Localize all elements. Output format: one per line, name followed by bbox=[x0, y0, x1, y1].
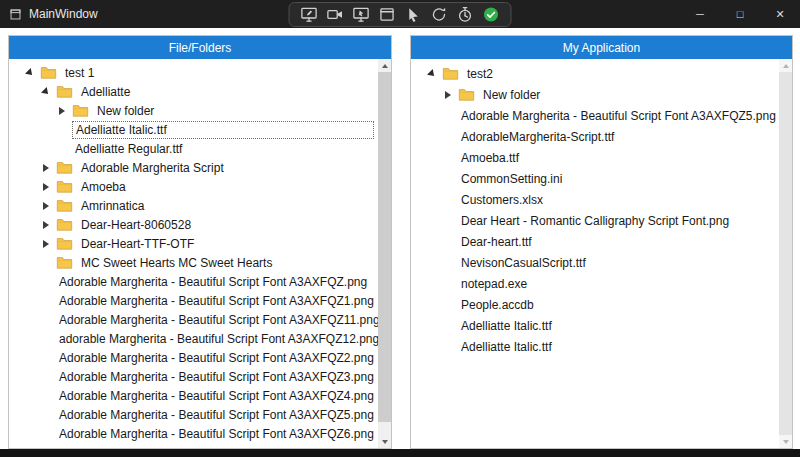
tree-item-file[interactable]: Adorable Margherita - Beautiful Script F… bbox=[9, 367, 377, 386]
expander-placeholder bbox=[441, 151, 455, 165]
files-scrollbar[interactable] bbox=[378, 59, 391, 448]
tree-item-label: Adorable Margherita - Beautiful Script F… bbox=[56, 407, 377, 423]
tree-item-file[interactable]: Adorable Margherita - Beautiful Script F… bbox=[9, 272, 377, 291]
cursor-select-icon[interactable] bbox=[405, 6, 422, 23]
expand-arrow-icon[interactable] bbox=[39, 237, 53, 251]
tree-item-file[interactable]: Adelliatte Regular.ttf bbox=[9, 139, 377, 158]
expand-arrow-icon[interactable] bbox=[39, 218, 53, 232]
collapse-arrow-icon[interactable] bbox=[39, 85, 53, 99]
folder-icon bbox=[56, 199, 73, 212]
tree-item-label: notepad.exe bbox=[458, 276, 530, 292]
window-title: MainWindow bbox=[29, 7, 98, 21]
tree-item-file[interactable]: Adelliatte Italic.ttf bbox=[411, 336, 778, 357]
tree-item-file[interactable]: notepad.exe bbox=[411, 273, 778, 294]
tree-item-folder[interactable]: test 1 bbox=[9, 63, 377, 82]
folder-icon bbox=[56, 180, 73, 193]
screen-draw-icon[interactable] bbox=[301, 6, 318, 23]
application-tree: test2New folderAdorable Margherita - Bea… bbox=[411, 59, 792, 448]
application-scrollbar[interactable] bbox=[779, 59, 792, 448]
tree-item-file[interactable]: Adorable Margherita - Beautiful Script F… bbox=[9, 291, 377, 310]
tree-item-file[interactable]: Amoeba.ttf bbox=[411, 147, 778, 168]
tree-item-folder[interactable]: Dear-Heart-TTF-OTF bbox=[9, 234, 377, 253]
expander-placeholder bbox=[441, 277, 455, 291]
folder-icon bbox=[458, 88, 475, 101]
tree-item-file[interactable]: People.accdb bbox=[411, 294, 778, 315]
tree-item-label: People.accdb bbox=[458, 297, 537, 313]
video-camera-icon[interactable] bbox=[327, 6, 344, 23]
tree-item-file[interactable]: Adorable Margherita - Beautiful Script F… bbox=[9, 310, 377, 329]
tree-item-folder[interactable]: Dear-Heart-8060528 bbox=[9, 215, 377, 234]
tree-item-file[interactable]: Dear Heart - Romantic Calligraphy Script… bbox=[411, 210, 778, 231]
tree-item-folder[interactable]: Adorable Margherita Script bbox=[9, 158, 377, 177]
tree-item-folder[interactable]: Adelliatte bbox=[9, 82, 377, 101]
tree-item-file[interactable]: Adorable Margherita - Beautiful Script F… bbox=[9, 386, 377, 405]
close-button[interactable]: ✕ bbox=[760, 0, 800, 28]
tree-item-label: Customers.xlsx bbox=[458, 192, 546, 208]
tree-item-label: Dear-Heart-8060528 bbox=[78, 217, 194, 233]
tree-item-label: Adorable Margherita - Beautiful Script F… bbox=[458, 108, 779, 124]
tree-item-file[interactable]: NevisonCasualScript.ttf bbox=[411, 252, 778, 273]
folder-icon bbox=[56, 237, 73, 250]
tree-item-label: Adelliatte bbox=[78, 84, 133, 100]
tree-item-label: Amoeba bbox=[78, 179, 129, 195]
expand-arrow-icon[interactable] bbox=[39, 199, 53, 213]
titlebar: MainWindow ─□✕ bbox=[0, 0, 800, 28]
expander-placeholder bbox=[39, 256, 53, 270]
tree-item-file[interactable]: Adorable Margherita - Beautiful Script F… bbox=[9, 443, 377, 448]
expander-placeholder bbox=[55, 142, 69, 156]
window-bottom-edge bbox=[0, 449, 800, 457]
tree-item-folder[interactable]: MC Sweet Hearts MC Sweet Hearts bbox=[9, 253, 377, 272]
timer-icon[interactable] bbox=[457, 6, 474, 23]
scroll-down-icon[interactable] bbox=[378, 435, 391, 448]
tree-item-file[interactable]: Customers.xlsx bbox=[411, 189, 778, 210]
tree-item-file[interactable]: Adorable Margherita - Beautiful Script F… bbox=[411, 105, 778, 126]
tree-item-file[interactable]: Adorable Margherita - Beautiful Script F… bbox=[9, 405, 377, 424]
tree-item-file[interactable]: Adelliatte Italic.ttf bbox=[411, 315, 778, 336]
folder-icon bbox=[72, 104, 89, 117]
expand-arrow-icon[interactable] bbox=[39, 161, 53, 175]
tree-item-file[interactable]: CommonSetting.ini bbox=[411, 168, 778, 189]
expander-placeholder bbox=[441, 193, 455, 207]
tree-item-label: New folder bbox=[480, 87, 543, 103]
tree-item-label: Adelliatte Italic.ttf bbox=[73, 122, 170, 138]
screen-share-icon[interactable] bbox=[353, 6, 370, 23]
tree-item-file[interactable]: Adorable Margherita - Beautiful Script F… bbox=[9, 348, 377, 367]
scroll-down-icon[interactable] bbox=[779, 435, 792, 448]
tree-item-folder[interactable]: New folder bbox=[9, 101, 377, 120]
expand-arrow-icon[interactable] bbox=[39, 180, 53, 194]
scroll-up-icon[interactable] bbox=[378, 59, 391, 72]
tree-item-file[interactable]: Dear-heart.ttf bbox=[411, 231, 778, 252]
expand-arrow-icon[interactable] bbox=[441, 88, 455, 102]
collapse-arrow-icon[interactable] bbox=[425, 67, 439, 81]
window-capture-icon[interactable] bbox=[379, 6, 396, 23]
tree-item-label: Adorable Margherita - Beautiful Script F… bbox=[56, 293, 377, 309]
collapse-arrow-icon[interactable] bbox=[23, 66, 37, 80]
capture-toolbar bbox=[289, 2, 512, 27]
tree-item-file[interactable]: AdorableMargherita-Script.ttf bbox=[411, 126, 778, 147]
expander-placeholder bbox=[441, 235, 455, 249]
tree-item-folder[interactable]: New folder bbox=[411, 84, 778, 105]
application-scrollbar-thumb[interactable] bbox=[779, 72, 792, 435]
check-done-icon[interactable] bbox=[483, 6, 500, 23]
tree-item-label: New folder bbox=[94, 103, 157, 119]
expander-placeholder bbox=[39, 351, 53, 365]
tree-item-label: Adelliatte Italic.ttf bbox=[458, 318, 555, 334]
tree-item-folder[interactable]: Amrinnatica bbox=[9, 196, 377, 215]
files-scrollbar-thumb[interactable] bbox=[378, 72, 391, 422]
tree-item-label: Adorable Margherita - Beautiful Script F… bbox=[56, 426, 377, 442]
scroll-up-icon[interactable] bbox=[779, 59, 792, 72]
minimize-button[interactable]: ─ bbox=[680, 0, 720, 28]
maximize-button[interactable]: □ bbox=[720, 0, 760, 28]
expander-placeholder bbox=[441, 130, 455, 144]
tree-item-label: Adorable Margherita - Beautiful Script F… bbox=[56, 369, 377, 385]
tree-item-folder[interactable]: Amoeba bbox=[9, 177, 377, 196]
expander-placeholder bbox=[441, 319, 455, 333]
tree-item-folder[interactable]: test2 bbox=[411, 63, 778, 84]
tree-item-file[interactable]: adorable Margherita - Beautiful Script F… bbox=[9, 329, 377, 348]
tree-item-file[interactable]: Adorable Margherita - Beautiful Script F… bbox=[9, 424, 377, 443]
record-loop-icon[interactable] bbox=[431, 6, 448, 23]
expand-arrow-icon[interactable] bbox=[55, 104, 69, 118]
expander-placeholder bbox=[441, 172, 455, 186]
tree-item-file[interactable]: Adelliatte Italic.ttf bbox=[9, 120, 377, 139]
application-panel: My Application test2New folderAdorable M… bbox=[410, 35, 793, 449]
